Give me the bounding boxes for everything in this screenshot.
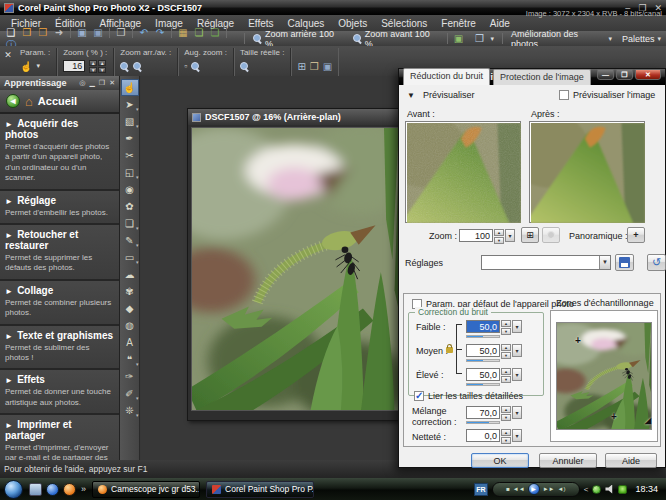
blur-tool[interactable]: ◍ [121, 317, 139, 334]
paint-brush-tool[interactable]: ✎▾ [121, 232, 139, 249]
volume-tray-icon[interactable] [605, 485, 614, 494]
network-tray-icon[interactable] [618, 485, 627, 494]
balloon-tool[interactable]: ❝▾ [121, 351, 139, 368]
palettes-dropdown[interactable]: Palettes▾ [617, 33, 666, 45]
open-icon[interactable]: ❒ [20, 27, 34, 39]
hand-icon[interactable]: ☝ [20, 61, 32, 72]
picture-tube-tool[interactable]: ✾ [121, 283, 139, 300]
cancel-button[interactable]: Annuler [539, 453, 597, 468]
next-icon[interactable]: ►► [543, 486, 555, 492]
sample-zones-image[interactable] [556, 322, 652, 430]
organizer-icon[interactable]: ❏ [192, 27, 206, 39]
taskbar-task-firefox[interactable]: Camescope jvc gr d53... [92, 481, 200, 498]
after-preview[interactable] [529, 121, 645, 223]
medium-slider[interactable] [466, 359, 500, 362]
sample-crosshair-icon[interactable]: + [611, 413, 617, 421]
resize-handle-icon[interactable]: ◢ [645, 417, 651, 425]
zoom-more-icon[interactable]: ▫ [184, 61, 187, 71]
dialog-maximize-icon[interactable]: ❐ [616, 69, 633, 80]
sample-zones-box[interactable]: + + ◢ [550, 310, 658, 442]
presets-combobox[interactable]: ▼ [481, 255, 611, 270]
learning-section-0[interactable]: ► Acquérir des photosPermet d'acquérir d… [0, 114, 119, 191]
tab-image-protection[interactable]: Protection de l'image [493, 69, 591, 85]
dialog-minimize-icon[interactable]: — [597, 69, 614, 80]
firefox-icon[interactable] [63, 483, 76, 496]
smudge-tool[interactable]: ❊▾ [121, 402, 139, 419]
blend-input[interactable]: 70,0 [466, 406, 500, 419]
zoom-in-tool-icon[interactable] [133, 62, 142, 71]
panel-close-icon[interactable]: ✕ [109, 79, 115, 87]
dropper-tool[interactable]: ✒ [121, 130, 139, 147]
redo-icon[interactable]: ↷ [153, 27, 167, 39]
dialog-zoom-dropdown[interactable]: ▾ [505, 229, 515, 242]
save-preset-button[interactable] [615, 254, 634, 271]
messenger-tray-icon[interactable] [592, 485, 601, 494]
help-button[interactable]: Aide [605, 453, 657, 468]
preview-image-checkbox-box[interactable] [559, 90, 569, 100]
fit-window-icon[interactable]: ⊞ [297, 61, 305, 72]
pan-tool[interactable]: ☝ [121, 79, 139, 96]
brush-variance-tool[interactable]: ✐▾ [121, 385, 139, 402]
text-tool[interactable]: A [121, 334, 139, 351]
fit-preview-button[interactable]: ⊞ [521, 227, 539, 243]
crop-tool[interactable]: ✂ [121, 147, 139, 164]
save-icon[interactable]: ▣ [75, 27, 89, 39]
selection-tool[interactable]: ▧▾ [121, 113, 139, 130]
photo-tray-icon[interactable]: ❏ [208, 27, 222, 39]
zoom-plus-icon[interactable] [191, 62, 200, 71]
save-as-icon[interactable]: ▣ [91, 27, 105, 39]
panel-maximize-icon[interactable]: ❐ [99, 79, 105, 87]
taskbar-task-psp[interactable]: Corel Paint Shop Pro P... [206, 481, 314, 498]
learning-section-4[interactable]: ► Texte et graphismesPermet de sublimer … [0, 326, 119, 371]
dialog-close-icon[interactable]: ✕ [635, 69, 661, 80]
preview-collapse-icon[interactable]: ▼ [407, 91, 415, 100]
red-eye-tool[interactable]: ◉ [121, 181, 139, 198]
blend-slider[interactable] [466, 421, 500, 424]
media-player-taskband[interactable]: ■ ◄◄ ▶ ►► ◄) [492, 482, 580, 497]
link-sizes-checkbox[interactable]: Lier les tailles détaillées [414, 391, 523, 401]
dialog-zoom-input[interactable]: 100 [459, 229, 493, 242]
reset-button[interactable]: ↺ [647, 254, 666, 271]
pointer-tool[interactable]: ➤▾ [121, 96, 139, 113]
zoom-percent-input[interactable]: 16 [63, 60, 85, 72]
pin-icon[interactable]: ◎ [79, 79, 85, 87]
pan-button[interactable]: + [627, 227, 645, 243]
express-lab-button[interactable]: ❐▾ [466, 32, 499, 46]
large-input[interactable]: 50,0 [466, 368, 500, 381]
learning-section-1[interactable]: ► RéglagePermet d'embellir les photos. [0, 191, 119, 225]
ok-button[interactable]: OK [471, 453, 529, 468]
close-options-icon[interactable]: ✕ [2, 48, 14, 76]
preview-image-checkbox[interactable]: Prévisualiser l'image [559, 90, 655, 100]
image-window[interactable]: DSCF1507 @ 16% (Arrière-plan) [187, 108, 407, 421]
pen-tool[interactable]: ✑ [121, 368, 139, 385]
preset-shape-tool[interactable]: ◆ [121, 300, 139, 317]
sharpen-input[interactable]: 0,0 [466, 429, 500, 442]
medium-input[interactable]: 50,0 [466, 344, 500, 357]
makeover-tool[interactable]: ✿ [121, 198, 139, 215]
play-icon[interactable]: ▶ [528, 483, 540, 495]
show-desktop-icon[interactable] [29, 483, 42, 496]
sample-crosshair-icon[interactable]: + [575, 337, 581, 345]
hidden-icons-chevron[interactable]: < [584, 485, 589, 494]
clone-tool[interactable]: ❏▾ [121, 215, 139, 232]
learning-section-3[interactable]: ► CollagePermet de combiner plusieurs ph… [0, 281, 119, 326]
stop-icon[interactable]: ■ [506, 486, 510, 492]
image-window-titlebar[interactable]: DSCF1507 @ 16% (Arrière-plan) [188, 109, 406, 125]
quick-launch-overflow-icon[interactable]: » [81, 484, 86, 494]
small-input[interactable]: 50,0 [466, 320, 500, 333]
learning-section-5[interactable]: ► EffetsPermet de donner une touche arti… [0, 370, 119, 415]
magnify-button[interactable] [542, 227, 560, 243]
language-indicator[interactable]: FR [474, 483, 488, 496]
tab-noise-reduction[interactable]: Réduction du bruit [403, 68, 490, 85]
mute-icon[interactable]: ◄) [558, 486, 566, 492]
image-icon[interactable]: ▣ [452, 33, 466, 45]
zoom-out-tool-icon[interactable] [120, 62, 129, 71]
undo-icon[interactable]: ↶ [137, 27, 151, 39]
dialog-zoom-spinner[interactable]: ▲▼ [494, 229, 504, 242]
browse-icon[interactable]: ❒ [36, 27, 50, 39]
media-player-icon[interactable] [46, 483, 59, 496]
small-slider[interactable] [466, 335, 500, 338]
before-preview[interactable] [405, 121, 521, 223]
export-icon[interactable]: ➜ [52, 27, 66, 39]
deform-tool[interactable]: ◱▾ [121, 164, 139, 181]
